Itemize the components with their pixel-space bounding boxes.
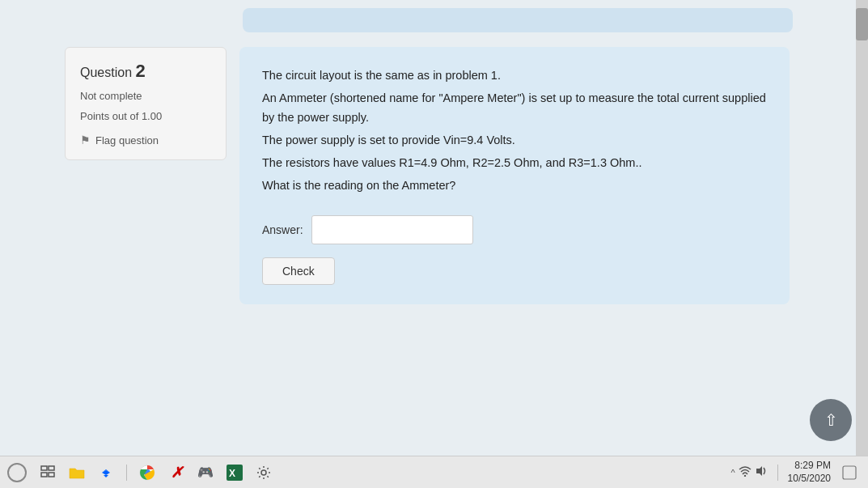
taskbar-excel[interactable]: X [222,460,247,485]
taskbar-task-view[interactable] [36,460,60,485]
scroll-to-top-button[interactable]: ⇧ [810,399,852,441]
svg-text:X: X [229,468,235,479]
taskbar-settings[interactable] [252,460,276,485]
question-title: Question 2 [80,61,211,82]
circle-icon [7,463,27,482]
chevron-up-icon: ⇧ [824,410,838,430]
scrollbar-track [856,0,868,456]
answer-input[interactable] [311,215,473,244]
question-status: Not complete [80,90,211,102]
taskbar-separator-1 [126,465,127,481]
question-content-panel: The circuit layout is the same as in pro… [239,47,790,304]
answer-label: Answer: [262,223,303,236]
question-container: Question 2 Not complete Points out of 1.… [65,47,840,304]
question-info-panel: Question 2 Not complete Points out of 1.… [65,47,227,160]
taskbar-clock: 8:29 PM 10/5/2020 [788,460,831,485]
question-line-1: The circuit layout is the same as in pro… [262,66,767,86]
question-line-5: What is the reading on the Ammeter? [262,176,767,196]
check-button[interactable]: Check [262,257,335,285]
taskbar-windows-circle[interactable] [6,460,31,485]
question-line-3: The power supply is set to provide Vin=9… [262,131,767,151]
taskbar: ✗ 🎮 X ^ [0,456,868,488]
network-icon [739,465,752,477]
clock-date: 10/5/2020 [788,473,831,486]
svg-marker-6 [104,475,108,477]
notification-icon [842,465,857,480]
taskbar-right: ^ 8:29 PM 10/5/2020 [730,460,862,485]
question-line-4: The resistors have values R1=4.9 Ohm, R2… [262,154,767,173]
question-line-2: An Ammeter (shortened name for "Ampere M… [262,89,767,128]
taskbar-x-app[interactable]: ✗ [164,460,188,485]
taskbar-notification[interactable] [837,460,862,485]
taskbar-game[interactable]: 🎮 [193,460,218,485]
dropbox-icon [98,465,114,481]
main-content: Question 2 Not complete Points out of 1.… [0,0,856,456]
question-points: Points out of 1.00 [80,110,211,122]
task-view-icon [40,465,55,480]
tray-up-arrow[interactable]: ^ [730,468,735,477]
x-icon: ✗ [171,464,183,482]
svg-marker-13 [756,466,762,476]
svg-rect-2 [41,473,47,477]
taskbar-dropbox[interactable] [94,460,118,485]
excel-icon: X [227,465,243,481]
flag-question-button[interactable]: ⚑ Flag question [80,134,211,146]
taskbar-chrome[interactable] [135,460,159,485]
sys-tray: ^ [730,465,767,479]
answer-section: Answer: [262,215,767,244]
clock-time: 8:29 PM [788,460,831,473]
scrollbar-thumb[interactable] [856,8,868,40]
flag-icon: ⚑ [80,134,91,146]
svg-rect-14 [843,466,856,479]
game-icon: 🎮 [197,465,214,480]
svg-point-12 [743,475,745,477]
gear-icon [256,465,271,480]
svg-rect-1 [49,466,54,470]
svg-rect-0 [41,466,47,470]
speaker-icon [755,465,768,477]
folder-icon [69,465,85,480]
taskbar-file-explorer[interactable] [65,460,89,485]
taskbar-separator-2 [777,465,778,481]
svg-marker-5 [102,470,110,475]
previous-question-bar [243,8,793,32]
svg-rect-3 [49,473,54,477]
chrome-icon [139,465,155,481]
svg-point-11 [261,470,266,475]
check-button-row: Check [262,257,767,285]
volume-icon [755,465,768,479]
wifi-icon [739,465,752,479]
question-text: The circuit layout is the same as in pro… [262,66,767,196]
flag-question-label: Flag question [95,134,159,146]
